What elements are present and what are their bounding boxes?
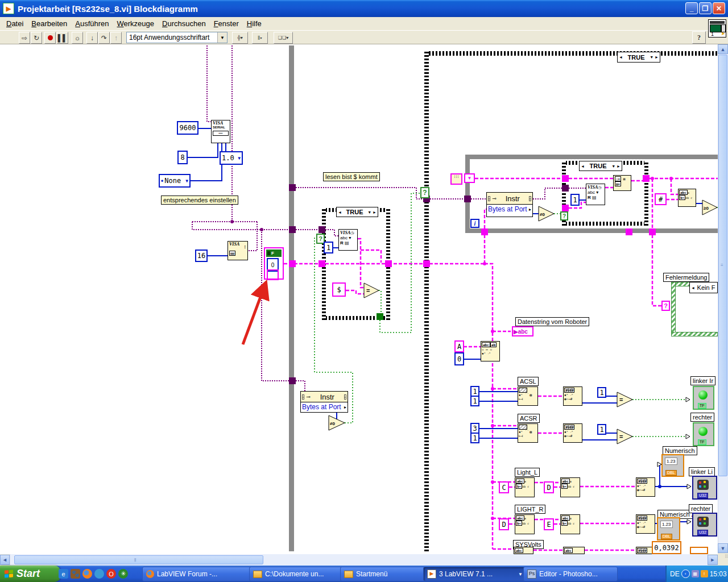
read-loop-case-selector[interactable]: ◄ TRUE ▼ ►: [336, 207, 378, 217]
string-indicator-terminal[interactable]: ▶abc: [512, 326, 533, 336]
case-next-icon[interactable]: ►: [617, 164, 621, 168]
vscroll-thumb[interactable]: ≡: [718, 55, 727, 476]
task-labview-group[interactable]: ▶ 3 LabVIEW 7.1 ... ▼: [423, 567, 527, 581]
colorbox-left[interactable]: U32: [692, 476, 717, 500]
task-photoshop[interactable]: Ps Editor - Photosho...: [523, 567, 618, 581]
hscroll-thumb[interactable]: ⫴: [14, 555, 263, 564]
empty-string-array-constant[interactable]: ᎒᎒᎒: [450, 173, 462, 185]
context-help-button[interactable]: ?: [692, 31, 706, 44]
quicklaunch-icq-icon[interactable]: ✳: [118, 569, 128, 579]
byte-count-constant-2[interactable]: 1: [570, 194, 580, 206]
quicklaunch-browser-icon[interactable]: [94, 569, 104, 579]
visa-close-node[interactable]: VISA ▥▥ ↕: [228, 241, 248, 260]
block-diagram-canvas[interactable]: ≠0 ≠0 = = = ≥0 ◄ TRUE: [0, 44, 718, 554]
zero-constant[interactable]: 0: [454, 352, 464, 365]
case-dropdown-icon[interactable]: ▼: [367, 210, 371, 214]
outer-case-selector-terminal[interactable]: ?: [420, 187, 429, 198]
inner-case-selector[interactable]: ◄ TRUE ▼ ►: [579, 161, 622, 171]
boolean-led-right[interactable]: TF: [693, 422, 714, 446]
colorbox-right[interactable]: U32: [692, 513, 717, 537]
task-labview-forum[interactable]: LabVIEW Forum -...: [142, 567, 254, 581]
case-dropdown-icon[interactable]: ▼: [611, 164, 615, 168]
data-bits-constant[interactable]: 8: [177, 151, 188, 164]
case-prev-icon[interactable]: ◄: [581, 164, 585, 168]
visa-read-node[interactable]: VISA◷ abc ▾ R ▤: [338, 229, 358, 251]
case-prev-icon[interactable]: ◄: [691, 286, 695, 290]
align-objects-button[interactable]: ╬▾: [232, 32, 248, 44]
concatenate-strings-node[interactable]: ▫+ ▤ ▨+: [613, 175, 631, 191]
decimal-string-to-number-node-4[interactable]: 9999 ▪⁺ ⸱⁺ ◉⋯→#: [636, 514, 655, 534]
dollar-string-constant[interactable]: $: [332, 282, 346, 297]
task-dokumente[interactable]: C:\Dokumente un...: [249, 567, 344, 581]
run-continuous-button[interactable]: ↻: [31, 32, 42, 44]
acsl-length-constant[interactable]: 1: [470, 396, 479, 406]
timeout-constant[interactable]: 16: [195, 250, 208, 262]
match-pattern-light-r-1[interactable]: abca b✕bb c: [515, 514, 535, 534]
baud-rate-constant[interactable]: 9600: [177, 121, 198, 135]
menu-fenster[interactable]: Fenster: [210, 18, 243, 30]
ring-dropdown-icon[interactable]: ▼: [238, 156, 241, 161]
numeric-indicator-2[interactable]: 1.23 DBL: [657, 517, 680, 541]
case-dropdown-icon[interactable]: ▼: [650, 55, 653, 59]
light-r-label[interactable]: LIGHT_R: [515, 505, 545, 514]
font-selector-dropdown-icon[interactable]: ▼: [217, 32, 227, 43]
stop-bits-ring[interactable]: 1.0 ▼: [220, 151, 243, 165]
case-next-icon[interactable]: ►: [373, 210, 377, 214]
acsr-label[interactable]: ACSR: [518, 414, 540, 423]
d-string-constant[interactable]: D: [544, 481, 554, 493]
match-pattern-light-r-2[interactable]: abca b✕bb c: [560, 514, 580, 534]
restore-button[interactable]: ❐: [699, 2, 712, 14]
font-selector[interactable]: 16pt Anwendungsschriftart ▼: [126, 32, 228, 43]
start-button[interactable]: Start: [0, 566, 60, 582]
match-pattern-sysvolts-2[interactable]: abc: [563, 547, 585, 554]
vscroll-down-button[interactable]: ▼: [718, 543, 728, 553]
datastring-label[interactable]: Datenstring vom Roboter: [515, 317, 589, 326]
parity-ring[interactable]: ◆ None ▼: [159, 174, 191, 188]
cutoff-orange-constant[interactable]: [690, 547, 708, 554]
clock[interactable]: 15:03: [710, 570, 727, 578]
hash-string-constant[interactable]: #: [655, 193, 667, 205]
error-case-selector-terminal[interactable]: ?: [661, 301, 670, 311]
led-right-label[interactable]: rechter: [690, 413, 714, 422]
match-pattern-light-l-2[interactable]: abca b✕bb c: [560, 477, 580, 497]
scale-factor-constant[interactable]: 0,0392: [652, 541, 681, 554]
color-left-label[interactable]: linker Li: [689, 467, 715, 476]
d-string-constant-2[interactable]: D: [499, 518, 509, 530]
vi-icon[interactable]: 1 ➤: [708, 19, 726, 38]
hint-label[interactable]: entsprechendes einstellen: [161, 196, 238, 205]
decimal-string-to-number-node[interactable]: 9999 ▪⁺ ⸱⁺ ◉⋯→#: [563, 386, 582, 406]
decimal-string-to-number-node-3[interactable]: 9999 ▪⁺ ⸱⁺ ◉⋯→#: [636, 477, 655, 497]
string-subset-node[interactable]: abcab ▫ ↦ ▫▪⁺ ⸱⁺: [481, 341, 500, 361]
vscroll-up-button[interactable]: ▲: [718, 44, 728, 54]
numeric-indicator-1[interactable]: 1.23 DBL: [661, 454, 684, 477]
step-into-button[interactable]: ↓: [86, 32, 98, 44]
quicklaunch-app-icon[interactable]: 🐾: [71, 569, 80, 579]
quicklaunch-opera-icon[interactable]: O: [106, 569, 116, 579]
abort-button[interactable]: [44, 32, 56, 44]
reorder-button[interactable]: ❏❏▾: [274, 32, 293, 44]
error-case-selector[interactable]: ◄ Kein F: [689, 282, 718, 293]
menu-datei[interactable]: Datei: [2, 18, 27, 30]
case-prev-icon[interactable]: ◄: [619, 55, 623, 59]
inner-case-selector-terminal[interactable]: ?: [560, 211, 568, 221]
light-l-label[interactable]: Light_L: [515, 468, 540, 477]
build-array-node[interactable]: ▼: [464, 173, 475, 183]
step-out-button[interactable]: ↑: [110, 32, 122, 44]
language-indicator[interactable]: DE: [670, 570, 680, 578]
a-string-constant[interactable]: A: [454, 340, 464, 352]
acsr-compare-constant[interactable]: 1: [597, 424, 606, 435]
security-shield-icon[interactable]: !: [701, 570, 708, 577]
case-next-icon[interactable]: ►: [655, 55, 659, 59]
menu-hilfe[interactable]: Hilfe: [243, 18, 266, 30]
menu-bearbeiten[interactable]: Bearbeiten: [27, 18, 71, 30]
acsl-string-subset-node[interactable]: ▪⁺ ˙˙⸱▨⊢⊣: [518, 386, 538, 406]
menu-durchsuchen[interactable]: Durchsuchen: [158, 18, 210, 30]
visa-configure-serial-port[interactable]: VISA SERIAL ▪▪▪▪: [211, 120, 230, 143]
color-right-label[interactable]: rechter: [689, 504, 713, 513]
property-node-bytes-at-port[interactable]: ▫ ⊸ Instr ▫ Bytes at Port ▸: [486, 192, 533, 217]
hscroll-left-button[interactable]: ◄: [0, 555, 10, 565]
menu-ausfuehren[interactable]: Ausführen: [71, 18, 113, 30]
group-dropdown-icon[interactable]: ▼: [518, 572, 523, 577]
distribute-objects-button[interactable]: ⫼▾: [252, 32, 268, 44]
highlighted-typecast-element[interactable]: F 0: [264, 247, 284, 280]
